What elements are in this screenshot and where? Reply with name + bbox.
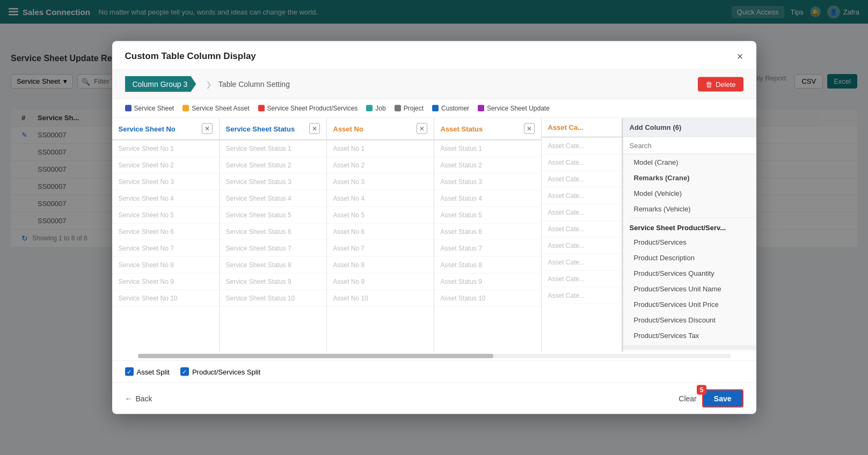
col-cell: Asset Cate...	[542, 221, 622, 238]
legend-dot-job	[366, 105, 373, 112]
legend-product-services: Service Sheet Product/Services	[258, 105, 358, 112]
col-cell: Asset No 9	[327, 274, 434, 290]
col-cell: Service Sheet No 5	[112, 207, 219, 224]
col-cell: Service Sheet Status 1	[220, 141, 326, 157]
column-service-sheet-status: Service Sheet Status ✕ Service Sheet Sta…	[220, 118, 327, 352]
col-cell: Service Sheet No 10	[112, 290, 219, 307]
column-asset-status: Asset Status ✕ Asset Status 1 Asset Stat…	[434, 118, 542, 352]
breadcrumb-next: ❯ Table Column Setting	[198, 76, 297, 92]
save-button-wrap: 5 Save	[702, 390, 743, 408]
add-column-list: Model (Crane) Remarks (Crane) Model (Veh…	[623, 155, 756, 343]
col-cell: Service Sheet No 2	[112, 157, 219, 174]
delete-button[interactable]: 🗑 Delete	[698, 77, 743, 91]
remove-col-asset-status[interactable]: ✕	[524, 123, 535, 134]
col-header-asset-no: Asset No ✕	[327, 118, 434, 141]
col-cell: Service Sheet No 6	[112, 224, 219, 240]
modal-header: Custom Table Column Display ×	[112, 41, 756, 70]
columns-area: Service Sheet No ✕ Service Sheet No 1 Se…	[112, 118, 756, 352]
save-badge: 5	[697, 385, 707, 395]
col-header-service-sheet-no: Service Sheet No ✕	[112, 118, 219, 141]
product-services-split-label: Product/Services Split	[192, 368, 260, 376]
col-cell: Asset No 1	[327, 141, 434, 157]
col-cell: Asset Cate...	[542, 238, 622, 254]
col-cell: Service Sheet Status 2	[220, 157, 326, 174]
scrollbar-track-horizontal[interactable]	[138, 354, 731, 358]
dropdown-item-product-description[interactable]: Product Description	[623, 250, 756, 266]
col-cell: Service Sheet No 3	[112, 174, 219, 190]
col-cell: Service Sheet Status 6	[220, 224, 326, 240]
legend-service-sheet-asset: Service Sheet Asset	[183, 105, 249, 112]
col-cell: Asset Status 6	[434, 224, 541, 240]
column-service-sheet-no: Service Sheet No ✕ Service Sheet No 1 Se…	[112, 118, 220, 352]
col-cell: Service Sheet Status 4	[220, 190, 326, 207]
legend-label-project: Project	[404, 105, 424, 112]
bottom-right-buttons: Clear 5 Save	[679, 390, 743, 408]
column-asset-category: Asset Ca... Asset Cate... Asset Cate... …	[542, 118, 622, 352]
dropdown-item-product-unit-name[interactable]: Product/Services Unit Name	[623, 281, 756, 297]
col-cell: Asset No 7	[327, 240, 434, 257]
clear-button[interactable]: Clear	[679, 394, 696, 403]
add-column-header: Add Column (6)	[623, 118, 756, 137]
col-cell: Asset Status 3	[434, 174, 541, 190]
custom-table-column-modal: Custom Table Column Display × Column Gro…	[112, 41, 756, 414]
legend-project: Project	[395, 105, 424, 112]
col-cell: Asset Cate...	[542, 155, 622, 171]
col-cell: Asset No 3	[327, 174, 434, 190]
breadcrumb-active[interactable]: Column Group 3	[125, 76, 196, 92]
remove-col-service-sheet-no[interactable]: ✕	[202, 123, 213, 134]
col-cell: Asset No 2	[327, 157, 434, 174]
col-cell: Service Sheet No 1	[112, 141, 219, 157]
dropdown-item-product-tax[interactable]: Product/Services Tax	[623, 328, 756, 343]
modal-close-button[interactable]: ×	[737, 51, 743, 62]
col-cell: Asset Status 1	[434, 141, 541, 157]
dropdown-item-product-unit-price[interactable]: Product/Services Unit Price	[623, 297, 756, 312]
dropdown-item-product-services[interactable]: Product/Services ✓	[623, 234, 756, 250]
back-button[interactable]: ← Back	[125, 394, 152, 403]
dropdown-item-product-quantity[interactable]: Product/Services Quantity	[623, 266, 756, 281]
product-services-split-checkbox[interactable]: ✓	[180, 368, 189, 376]
col-cell: Service Sheet Status 3	[220, 174, 326, 190]
col-cell: Service Sheet Status 8	[220, 257, 326, 274]
dropdown-item-remarks-vehicle[interactable]: Remarks (Vehicle)	[623, 201, 756, 217]
col-cell: Service Sheet No 7	[112, 240, 219, 257]
dropdown-item-product-discount[interactable]: Product/Services Discount	[623, 312, 756, 328]
asset-split-checkbox[interactable]: ✓	[125, 368, 134, 376]
col-cell: Asset Status 10	[434, 290, 541, 307]
modal-bottom-bar: ← Back Clear 5 Save	[112, 383, 756, 414]
col-header-service-sheet-status: Service Sheet Status ✕	[220, 118, 326, 141]
product-services-split-check[interactable]: ✓ Product/Services Split	[180, 368, 260, 376]
asset-split-check[interactable]: ✓ Asset Split	[125, 368, 170, 376]
modal-title: Custom Table Column Display	[125, 51, 256, 62]
save-button[interactable]: Save	[702, 390, 743, 408]
col-cell: Asset Status 5	[434, 207, 541, 224]
legend-dot-asset	[183, 105, 189, 112]
add-column-panel: Add Column (6) Model (Crane) Remarks (Cr…	[622, 118, 756, 352]
add-column-search[interactable]	[623, 137, 756, 155]
col-cell: Asset Cate...	[542, 271, 622, 288]
legend-dot-update	[478, 105, 484, 112]
delete-label: Delete	[716, 80, 736, 88]
col-cell: Asset Cate...	[542, 171, 622, 188]
arrow-left-icon: ←	[125, 394, 133, 403]
footer-checkboxes: ✓ Asset Split ✓ Product/Services Split	[112, 361, 756, 383]
dropdown-separator	[630, 218, 756, 218]
col-cell: Asset Status 7	[434, 240, 541, 257]
legend-label-customer: Customer	[441, 105, 469, 112]
col-cell: Asset Status 4	[434, 190, 541, 207]
col-header-asset-category: Asset Ca...	[542, 118, 622, 138]
dropdown-item-remarks-crane[interactable]: Remarks (Crane)	[623, 170, 756, 186]
legend-customer: Customer	[432, 105, 469, 112]
horizontal-scrollbar-area	[112, 352, 756, 361]
remove-col-service-sheet-status[interactable]: ✕	[309, 123, 320, 134]
remove-col-asset-no[interactable]: ✕	[417, 123, 427, 134]
col-cell: Service Sheet Status 5	[220, 207, 326, 224]
breadcrumb-next-label[interactable]: Table Column Setting	[218, 80, 290, 89]
col-cell: Asset Cate...	[542, 254, 622, 271]
dropdown-item-model-crane[interactable]: Model (Crane)	[623, 155, 756, 170]
dropdown-section-product-serv[interactable]: Service Sheet Product/Serv... ▲	[623, 219, 756, 234]
col-cell: Service Sheet Status 9	[220, 274, 326, 290]
col-cell: Asset Cate...	[542, 138, 622, 155]
dropdown-item-model-vehicle[interactable]: Model (Vehicle)	[623, 186, 756, 201]
legend-dot-project	[395, 105, 401, 112]
asset-split-label: Asset Split	[137, 368, 170, 376]
